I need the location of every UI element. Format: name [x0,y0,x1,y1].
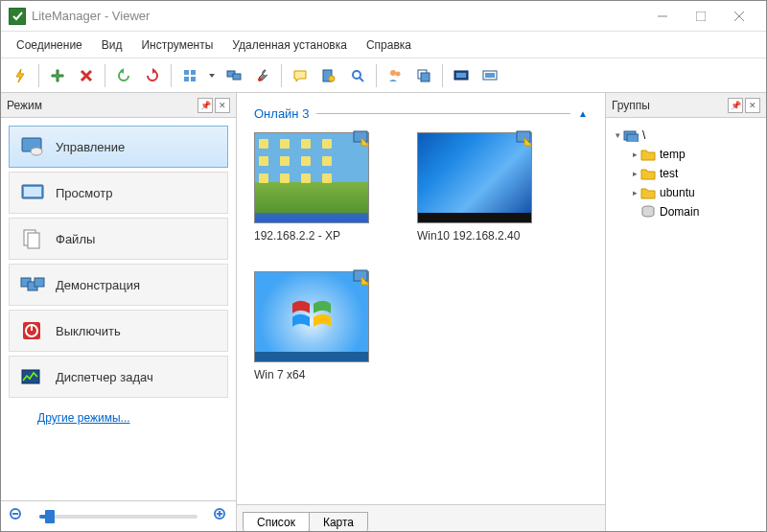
modes-header: Режим 📌 ✕ [1,93,236,118]
toolbar-separator [281,64,282,87]
grid-dropdown-icon[interactable] [205,62,219,89]
mode-item-files[interactable]: Файлы [9,218,228,260]
host-thumbnails[interactable]: Онлайн 3 ▲ 192.168.2.2 - XPWin10 192.168… [237,93,605,504]
close-panel-icon[interactable]: ✕ [215,98,230,113]
mode-item-shutdown[interactable]: Выключить [9,310,228,352]
tree-domain[interactable]: Domain [612,202,760,221]
mode-item-view[interactable]: Просмотр [9,172,228,214]
tree-label: ubuntu [660,186,695,199]
folder-icon [640,186,656,199]
mode-label: Файлы [56,232,95,246]
menu-tools[interactable]: Инструменты [131,35,222,56]
zoom-in-icon[interactable] [213,507,228,525]
svg-rect-44 [354,270,367,281]
x-icon[interactable] [73,62,100,89]
sidebar-groups: Группы 📌 ✕ ▾\▸temp▸test▸ubuntuDomain [605,93,766,531]
menu-view[interactable]: Вид [92,35,132,56]
svg-rect-5 [184,70,189,75]
tab-Карта[interactable]: Карта [309,512,368,531]
demo-icon [19,273,46,296]
pin-icon[interactable]: 📌 [198,98,213,113]
remote-view2-icon[interactable] [476,62,503,89]
host-label: Win 7 x64 [254,368,305,382]
menu-connection[interactable]: Соединение [7,35,92,56]
svg-rect-0 [9,8,26,25]
maximize-button[interactable] [682,3,720,30]
svg-rect-29 [28,233,39,248]
close-panel-icon[interactable]: ✕ [745,98,760,113]
refresh-right-icon[interactable] [139,62,166,89]
svg-rect-23 [485,73,495,78]
center-pane: Онлайн 3 ▲ 192.168.2.2 - XPWin10 192.168… [237,93,605,531]
tree-folder[interactable]: ▸test [612,164,760,183]
mode-list[interactable]: УправлениеПросмотрФайлыДемонстрацияВыклю… [1,118,236,500]
close-button[interactable] [720,3,758,30]
groups-tree[interactable]: ▾\▸temp▸test▸ubuntuDomain [606,118,766,229]
wrench-icon[interactable] [249,62,276,89]
svg-rect-27 [24,187,41,197]
mode-label: Демонстрация [56,278,140,292]
svg-point-16 [390,70,396,76]
svg-rect-10 [233,74,241,80]
zoom-slider[interactable] [39,515,198,519]
svg-rect-7 [184,77,189,81]
plus-icon[interactable] [44,62,71,89]
svg-rect-6 [191,70,196,75]
svg-point-13 [329,76,335,81]
collapse-icon[interactable]: ▲ [578,108,588,119]
host-card[interactable]: 192.168.2.2 - XP [254,132,379,243]
refresh-left-icon[interactable] [110,62,137,89]
groups-header-title: Группы [612,99,726,112]
svg-point-11 [258,78,262,81]
mode-item-control[interactable]: Управление [9,126,228,168]
svg-rect-8 [191,77,196,81]
mode-item-taskmgr[interactable]: Диспетчер задач [9,356,228,398]
pin-icon[interactable]: 📌 [728,98,743,113]
menu-help[interactable]: Справка [357,35,421,56]
multi-monitor-icon[interactable] [221,62,247,89]
svg-line-15 [360,78,363,81]
grid-icon[interactable] [176,62,203,89]
folder-icon [640,167,656,180]
more-modes-link[interactable]: Другие режимы... [37,411,130,425]
toolbar-separator [105,64,105,87]
window-cascade-icon[interactable] [410,62,437,89]
menu-remoteinstall[interactable]: Удаленная установка [222,35,357,56]
mode-label: Диспетчер задач [56,370,153,384]
control-icon [19,135,46,158]
svg-rect-21 [456,73,466,78]
tree-label: temp [660,148,686,161]
host-label: Win10 192.168.2.40 [417,229,520,243]
tab-Список[interactable]: Список [243,512,310,531]
chat-icon[interactable] [287,62,314,89]
online-group-header[interactable]: Онлайн 3 ▲ [254,106,588,121]
host-card[interactable]: Win 7 x64 [254,271,379,382]
users-icon[interactable] [382,62,408,89]
titlebar: LiteManager - Viewer [1,1,766,32]
svg-point-17 [396,71,401,76]
toolbar [1,58,766,93]
mode-label: Управление [56,140,125,154]
mode-label: Выключить [56,324,121,338]
mode-item-demo[interactable]: Демонстрация [9,264,228,306]
zoom-out-icon[interactable] [9,507,24,525]
app-window: LiteManager - Viewer Соединение Вид Инст… [0,0,767,532]
tree-folder[interactable]: ▸ubuntu [612,183,760,202]
svg-point-14 [353,71,360,79]
remote-view1-icon[interactable] [448,62,475,89]
search-icon[interactable] [344,62,371,89]
tree-root[interactable]: ▾\ [612,126,760,145]
tree-folder[interactable]: ▸temp [612,145,760,164]
minimize-button[interactable] [643,3,682,30]
group-divider [316,113,570,114]
svg-point-25 [31,148,42,155]
audit-icon[interactable] [315,62,342,89]
groups-header: Группы 📌 ✕ [606,93,766,118]
tree-label: Domain [660,205,699,219]
tree-label: test [660,167,678,180]
host-label: 192.168.2.2 - XP [254,229,340,243]
thumbs-grid: 192.168.2.2 - XPWin10 192.168.2.40Win 7 … [254,132,588,382]
taskmgr-icon [19,365,46,388]
host-card[interactable]: Win10 192.168.2.40 [417,132,542,243]
lightning-icon[interactable] [7,62,34,89]
